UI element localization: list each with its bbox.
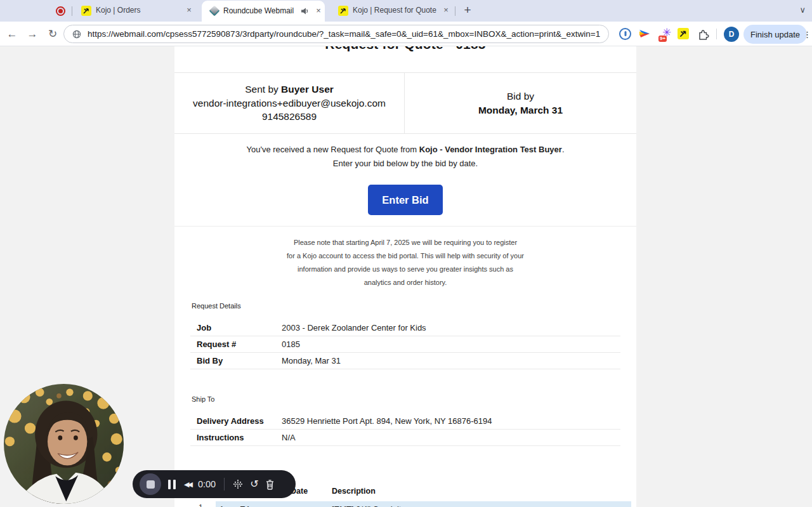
- item-row-highlighted: 1 EA [EMT] 3/4" Conduit: [216, 501, 631, 507]
- tab-kojo-rfq[interactable]: Kojo | Request for Quote ×: [330, 0, 455, 22]
- table-row: Job 2003 - Derek Zoolander Center for Ki…: [190, 320, 620, 336]
- registration-note: Please note that starting April 7, 2025 …: [174, 236, 636, 289]
- enter-bid-button[interactable]: Enter Bid: [368, 185, 443, 215]
- tab-kojo-orders[interactable]: Kojo | Orders ×: [75, 0, 199, 22]
- kojo-extension-icon[interactable]: [678, 28, 689, 39]
- sender-phone: 9145826589: [262, 110, 317, 124]
- item-description: [EMT] 3/4" Conduit: [332, 504, 401, 507]
- chevron-down-icon[interactable]: ∨: [799, 5, 806, 15]
- tab-audio-icon[interactable]: [301, 6, 309, 18]
- close-tab-icon[interactable]: ×: [184, 5, 194, 15]
- starburst-extension-icon[interactable]: ✳ 9+: [660, 27, 674, 41]
- back-button[interactable]: ←: [4, 26, 20, 43]
- profile-avatar[interactable]: D: [724, 27, 739, 42]
- kojo-favicon: [338, 6, 348, 16]
- kojo-favicon: [81, 6, 91, 16]
- extension-badge: 9+: [658, 36, 667, 42]
- tab-title: Roundcube Webmail :: RF: [223, 6, 294, 15]
- arrow-extension-icon[interactable]: [638, 29, 651, 41]
- sender-bid-box: Sent by Buyer User vendor-integrations+e…: [174, 72, 636, 134]
- email-card: Request for Quote - 0185 Sent by Buyer U…: [174, 46, 636, 507]
- url-bar[interactable]: https://webmail.com/cpsess5772590873/3rd…: [63, 25, 609, 43]
- screen-recording-indicator-icon: [56, 6, 65, 16]
- browser-menu-icon[interactable]: ⋮: [803, 30, 811, 39]
- email-title-clipped: Request for Quote - 0185: [174, 46, 636, 53]
- close-tab-icon[interactable]: ×: [313, 6, 324, 16]
- divider: [174, 226, 636, 227]
- bid-by-label: Bid by: [507, 89, 534, 103]
- new-tab-button[interactable]: +: [461, 4, 474, 16]
- bid-by-date: Monday, March 31: [478, 103, 563, 117]
- intro-line-2: Enter your bid below by the bid by date.: [174, 159, 636, 168]
- tab-title: Kojo | Orders: [96, 6, 140, 15]
- ship-to-heading: Ship To: [192, 395, 215, 403]
- webcam-bubble[interactable]: [4, 384, 124, 504]
- forward-button[interactable]: →: [24, 26, 41, 43]
- bid-by-cell: Bid by Monday, March 31: [405, 73, 636, 133]
- tab-title: Kojo | Request for Quote: [353, 6, 436, 15]
- finish-update-button[interactable]: Finish update ⋮: [743, 25, 807, 44]
- tab-separator: [72, 6, 72, 16]
- recording-timer: 0:00: [198, 479, 216, 489]
- item-uom: EA: [240, 504, 251, 507]
- roundcube-favicon: [209, 6, 220, 16]
- pause-recording-button[interactable]: [168, 480, 176, 489]
- password-manager-extension-icon[interactable]: [619, 28, 631, 40]
- reload-button[interactable]: ↻: [44, 26, 61, 43]
- table-row: Request # 0185: [190, 336, 620, 353]
- buyer-name: Buyer User: [281, 84, 334, 95]
- rewind-icon[interactable]: ◀◀: [184, 480, 191, 489]
- browser-toolbar: ← → ↻ https://webmail.com/cpsess57725908…: [0, 22, 812, 46]
- ship-to-table: Delivery Address 36529 Henriette Port Ap…: [190, 413, 620, 446]
- extensions-puzzle-icon[interactable]: [697, 28, 709, 43]
- delete-recording-icon[interactable]: [265, 479, 275, 490]
- recorder-divider: [224, 478, 225, 491]
- table-row: Bid By Monday, Mar 31: [190, 353, 620, 369]
- toolbar-separator: [716, 29, 717, 39]
- email-title: Request for Quote - 0185: [174, 46, 636, 52]
- sender-email: vendor-integrations+edibuyer@usekojo.com: [193, 96, 386, 110]
- tab-roundcube-webmail[interactable]: Roundcube Webmail :: RF ×: [202, 1, 325, 22]
- tab-strip: Kojo | Orders × Roundcube Webmail :: RF …: [0, 0, 812, 22]
- table-row: Delivery Address 36529 Henriette Port Ap…: [190, 413, 620, 430]
- close-tab-icon[interactable]: ×: [441, 5, 451, 15]
- request-details-table: Job 2003 - Derek Zoolander Center for Ki…: [190, 320, 620, 369]
- blur-effects-icon[interactable]: [232, 478, 244, 490]
- intro-line-1: You've received a new Request for Quote …: [174, 145, 636, 154]
- finish-update-label: Finish update: [750, 30, 800, 39]
- table-row: Instructions N/A: [190, 430, 620, 446]
- tab-separator: [455, 6, 455, 16]
- item-qty: 1: [219, 504, 224, 507]
- site-info-icon[interactable]: [72, 30, 81, 39]
- item-line-number: 1: [199, 503, 203, 507]
- stop-recording-button[interactable]: [140, 473, 161, 495]
- sent-by-cell: Sent by Buyer User vendor-integrations+e…: [174, 73, 405, 133]
- url-text: https://webmail.com/cpsess5772590873/3rd…: [88, 29, 600, 39]
- items-header-description: Description: [332, 487, 376, 496]
- restart-recording-icon[interactable]: ↺: [250, 479, 258, 489]
- request-details-heading: Request Details: [192, 302, 241, 310]
- recording-control-bar: ◀◀ 0:00 ↺: [133, 470, 296, 498]
